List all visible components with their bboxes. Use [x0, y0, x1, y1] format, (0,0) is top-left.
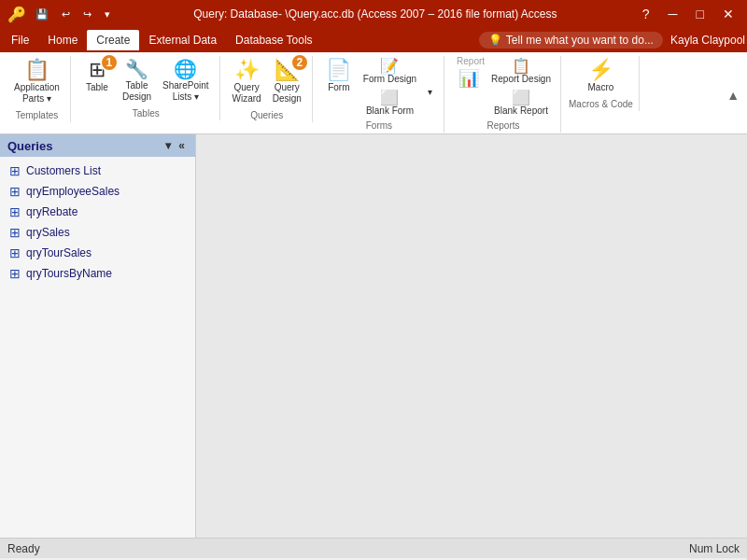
nav-item-label-1: qryEmployeeSales: [26, 185, 120, 198]
nav-list: ⊞ Customers List ⊞ qryEmployeeSales ⊞ qr…: [0, 157, 195, 287]
status-left: Ready: [7, 542, 40, 555]
menu-bar-right: 💡 Tell me what you want to do... Kayla C…: [479, 32, 745, 49]
nav-filter-btn[interactable]: ▾: [162, 138, 174, 153]
blank-report-label: Blank Report: [494, 105, 548, 116]
query-wizard-label: QueryWizard: [233, 82, 261, 105]
nav-item-label-4: qryTourSales: [26, 246, 92, 259]
tables-group-label: Tables: [133, 108, 160, 119]
app-parts-icon: 📋: [24, 60, 49, 80]
sharepoint-lists-button[interactable]: 🌐 SharePointLists ▾: [158, 56, 213, 106]
status-bar: Ready Num Lock: [0, 538, 747, 558]
nav-item-qryrebate[interactable]: ⊞ qryRebate: [0, 202, 195, 222]
macros-items: ⚡ Macro: [582, 56, 619, 97]
qat-dropdown[interactable]: ▾: [101, 7, 114, 22]
form-design-icon: 📝: [380, 59, 399, 74]
query-design-label: QueryDesign: [273, 82, 302, 105]
tell-me-text: Tell me what you want to do...: [506, 34, 654, 47]
reports-small-btns: Report 📊: [452, 56, 486, 92]
query-icon-4: ⊞: [9, 245, 21, 260]
nav-collapse-btn[interactable]: «: [176, 138, 188, 153]
ribbon-group-tables: 1 ⊞ Table 🔧 TableDesign 🌐 SharePointList…: [73, 56, 220, 120]
tables-items: 1 ⊞ Table 🔧 TableDesign 🌐 SharePointList…: [78, 56, 214, 106]
nav-header-buttons: ▾ «: [162, 138, 188, 153]
report-label-top: Report: [452, 56, 486, 66]
table-button[interactable]: 1 ⊞ Table: [78, 56, 116, 97]
form-more-button[interactable]: ▾: [422, 56, 438, 100]
nav-item-qryemployeesales[interactable]: ⊞ qryEmployeeSales: [0, 181, 195, 202]
workspace: [196, 134, 747, 538]
ribbon-collapse-btn[interactable]: ▲: [723, 84, 743, 106]
ribbon-group-forms: 📄 Form 📝 Form Design ⬜ Blank Form ▾ Form…: [315, 56, 444, 133]
menu-database-tools[interactable]: Database Tools: [226, 30, 322, 50]
queries-items: ✨ QueryWizard 2 📐 QueryDesign: [228, 56, 306, 108]
nav-item-customers-list[interactable]: ⊞ Customers List: [0, 161, 195, 181]
query-icon-1: ⊞: [9, 184, 21, 199]
close-btn[interactable]: ✕: [717, 5, 740, 23]
menu-bar: File Home Create External Data Database …: [0, 28, 747, 52]
nav-pane-title: Queries: [7, 139, 52, 153]
nav-item-qrytoursales[interactable]: ⊞ qryTourSales: [0, 243, 195, 263]
step-badge-2: 2: [290, 53, 309, 72]
nav-item-label-2: qryRebate: [26, 205, 78, 218]
macro-button[interactable]: ⚡ Macro: [582, 56, 619, 97]
nav-pane-header: Queries ▾ «: [0, 134, 195, 157]
blank-form-label: Blank Form: [366, 105, 414, 116]
app-parts-button[interactable]: 📋 ApplicationParts ▾: [9, 56, 64, 108]
query-icon-3: ⊞: [9, 225, 21, 240]
nav-item-label-3: qrySales: [26, 226, 70, 239]
nav-item-qrysales[interactable]: ⊞ qrySales: [0, 222, 195, 243]
qat-save[interactable]: 💾: [32, 7, 52, 22]
form-label: Form: [328, 82, 349, 93]
templates-items: 📋 ApplicationParts ▾: [9, 56, 64, 108]
form-icon: 📄: [326, 60, 351, 80]
menu-external-data[interactable]: External Data: [139, 30, 226, 50]
sharepoint-icon: 🌐: [174, 60, 197, 78]
qat-undo[interactable]: ↩: [58, 7, 74, 22]
form-button[interactable]: 📄 Form: [320, 56, 358, 97]
report-design-button[interactable]: 📋 Report Design: [487, 56, 555, 87]
title-bar-left: 🔑 💾 ↩ ↪ ▾: [7, 6, 114, 23]
app-parts-label: ApplicationParts ▾: [14, 82, 60, 105]
maximize-btn[interactable]: □: [691, 5, 710, 23]
reports-group-label: Reports: [487, 120, 520, 131]
macro-icon: ⚡: [588, 60, 613, 80]
templates-group-label: Templates: [16, 110, 59, 120]
menu-create[interactable]: Create: [87, 30, 139, 50]
title-bar-title: Query: Database- \Query.acc.db (Access 2…: [114, 7, 637, 21]
nav-item-qrytoursbyname[interactable]: ⊞ qryToursByName: [0, 263, 195, 284]
menu-home[interactable]: Home: [38, 30, 87, 50]
queries-group-label: Queries: [250, 110, 283, 120]
qat-redo[interactable]: ↪: [79, 7, 95, 22]
query-wizard-button[interactable]: ✨ QueryWizard: [228, 56, 266, 108]
help-icon[interactable]: ?: [637, 5, 655, 23]
report-col-2: 📋 Report Design ⬜ Blank Report: [487, 56, 555, 119]
report-button[interactable]: 📊: [452, 66, 486, 92]
query-design-button[interactable]: 2 📐 QueryDesign: [268, 56, 306, 108]
report-design-label: Report Design: [491, 74, 551, 84]
user-name: Kayla Claypool: [670, 34, 745, 47]
minimize-btn[interactable]: ─: [663, 5, 684, 23]
table-design-icon: 🔧: [125, 60, 148, 78]
query-icon-5: ⊞: [9, 266, 21, 281]
blank-form-icon: ⬜: [380, 91, 399, 105]
form-more-icon: ▾: [425, 87, 435, 97]
title-bar: 🔑 💾 ↩ ↪ ▾ Query: Database- \Query.acc.db…: [0, 0, 747, 28]
blank-form-button[interactable]: ⬜ Blank Form: [359, 88, 420, 119]
form-design-button[interactable]: 📝 Form Design: [359, 56, 420, 87]
title-bar-controls: ? ─ □ ✕: [637, 5, 740, 23]
report-design-icon: 📋: [512, 59, 530, 74]
step-badge-1: 1: [100, 53, 119, 72]
macros-group-label: Macros & Code: [569, 99, 633, 109]
menu-file[interactable]: File: [2, 30, 38, 50]
ribbon-group-macros: ⚡ Macro Macros & Code: [563, 56, 640, 111]
nav-item-label-5: qryToursByName: [26, 267, 112, 280]
blank-report-button[interactable]: ⬜ Blank Report: [487, 88, 555, 119]
reports-items: Report 📊 📋 Report Design ⬜ Blank Report: [452, 56, 555, 119]
content-area: Queries ▾ « ⊞ Customers List ⊞ qryEmploy…: [0, 134, 747, 538]
nav-item-label-0: Customers List: [26, 164, 101, 177]
macro-label: Macro: [588, 82, 614, 93]
table-design-button[interactable]: 🔧 TableDesign: [118, 56, 156, 106]
tell-me-box[interactable]: 💡 Tell me what you want to do...: [479, 32, 663, 49]
nav-pane: Queries ▾ « ⊞ Customers List ⊞ qryEmploy…: [0, 134, 196, 538]
ribbon-group-templates: 📋 ApplicationParts ▾ Templates: [4, 56, 71, 122]
